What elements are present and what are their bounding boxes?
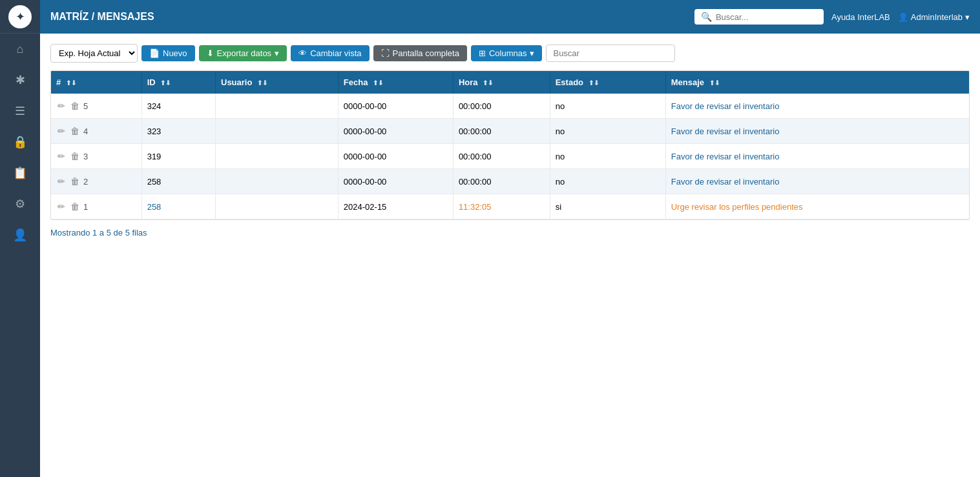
sidebar-item-list[interactable]: ☰ — [0, 96, 40, 127]
cell-hora: 00:00:00 — [453, 144, 550, 169]
cell-mensaje: Favor de revisar el inventario — [665, 94, 969, 119]
search-icon: 🔍 — [701, 12, 712, 22]
table-header-row: # ⬆⬇ ID ⬆⬇ Usuario ⬆⬇ — [51, 71, 969, 94]
sidebar-item-lock[interactable]: 🔒 — [0, 127, 40, 157]
col-mensaje: Mensaje ⬆⬇ — [665, 71, 969, 94]
delete-button[interactable]: 🗑 — [69, 99, 81, 112]
table-row: ✏ 🗑 3 3190000-00-0000:00:00noFavor de re… — [51, 144, 969, 169]
mensaje-value: Favor de revisar el inventario — [671, 127, 780, 136]
cell-estado: si — [550, 194, 665, 219]
header: MATRÍZ / MENSAJES 🔍 Ayuda InterLAB 👤 Adm… — [40, 0, 980, 34]
mensaje-value: Favor de revisar el inventario — [671, 177, 780, 187]
expand-icon: ⛶ — [381, 48, 390, 58]
cell-hora: 11:32:05 — [453, 194, 550, 219]
edit-button[interactable]: ✏ — [56, 200, 67, 213]
sidebar-item-home[interactable]: ⌂ — [0, 34, 40, 65]
help-link[interactable]: Ayuda InterLAB — [831, 12, 890, 22]
sidebar-item-user[interactable]: 👤 — [0, 219, 40, 250]
cell-fecha: 0000-00-00 — [338, 144, 453, 169]
export-button[interactable]: ⬇ Exportar datos ▾ — [199, 45, 287, 61]
row-number: 1 — [83, 202, 88, 212]
sort-icon[interactable]: ⬆⬇ — [589, 79, 599, 86]
delete-button[interactable]: 🗑 — [69, 125, 81, 137]
cell-estado: no — [550, 119, 665, 144]
toolbar: Exp. Hoja Actual Exp. Todo 📄 Nuevo ⬇ Exp… — [50, 44, 970, 63]
cell-estado: no — [550, 94, 665, 119]
edit-button[interactable]: ✏ — [56, 175, 67, 188]
sort-icon[interactable]: ⬆⬇ — [66, 79, 76, 86]
cell-mensaje: Favor de revisar el inventario — [665, 119, 969, 144]
chevron-down-icon: ▾ — [965, 12, 970, 22]
col-usuario: Usuario ⬆⬇ — [216, 71, 339, 94]
columns-button[interactable]: ⊞ Columnas ▾ — [471, 45, 543, 61]
mensaje-value: Favor de revisar el inventario — [671, 101, 780, 111]
change-view-button[interactable]: 👁 Cambiar vista — [291, 45, 369, 61]
user-menu[interactable]: 👤 AdminInterlab ▾ — [898, 12, 970, 22]
cell-actions: ✏ 🗑 2 — [51, 169, 141, 194]
table-row: ✏ 🗑 5 3240000-00-0000:00:00noFavor de re… — [51, 94, 969, 119]
cell-mensaje: Favor de revisar el inventario — [665, 169, 969, 194]
cell-fecha: 2024-02-15 — [338, 194, 453, 219]
sidebar-logo: ✦ — [0, 0, 40, 34]
user-label: AdminInterlab — [911, 12, 963, 22]
cell-id: 258 — [141, 194, 215, 219]
row-number: 3 — [83, 152, 88, 161]
edit-button[interactable]: ✏ — [56, 150, 67, 163]
table-row: ✏ 🗑 2 2580000-00-0000:00:00noFavor de re… — [51, 169, 969, 194]
global-search-box: 🔍 — [694, 9, 824, 25]
id-link[interactable]: 258 — [147, 202, 162, 212]
cell-mensaje: Favor de revisar el inventario — [665, 144, 969, 169]
col-id: ID ⬆⬇ — [141, 71, 215, 94]
edit-button[interactable]: ✏ — [56, 125, 67, 137]
export-select[interactable]: Exp. Hoja Actual Exp. Todo — [50, 44, 138, 63]
fullscreen-button[interactable]: ⛶ Pantalla completa — [373, 45, 467, 61]
logo-icon: ✦ — [8, 5, 32, 28]
delete-button[interactable]: 🗑 — [69, 150, 81, 163]
sort-icon[interactable]: ⬆⬇ — [257, 79, 267, 86]
download-icon: ⬇ — [207, 48, 214, 58]
col-hora: Hora ⬆⬇ — [453, 71, 550, 94]
global-search-input[interactable] — [716, 12, 817, 22]
sidebar-item-tools[interactable]: ✱ — [0, 65, 40, 96]
file-icon: 📄 — [149, 48, 160, 58]
cell-hora: 00:00:00 — [453, 169, 550, 194]
mensaje-value: Urge revisar los perfiles pendientes — [671, 202, 803, 212]
cell-estado: no — [550, 144, 665, 169]
mensaje-value: Favor de revisar el inventario — [671, 152, 780, 161]
sort-icon[interactable]: ⬆⬇ — [160, 79, 171, 86]
cell-actions: ✏ 🗑 4 — [51, 119, 141, 144]
table-search-input[interactable] — [546, 45, 675, 62]
inventario-link[interactable]: el inventario — [734, 152, 779, 161]
delete-button[interactable]: 🗑 — [69, 175, 81, 188]
col-num: # ⬆⬇ — [51, 71, 141, 94]
cell-id: 324 — [141, 94, 215, 119]
cell-hora: 00:00:00 — [453, 94, 550, 119]
row-number: 4 — [83, 127, 88, 136]
chevron-down-icon: ▾ — [275, 48, 279, 58]
cell-usuario — [216, 119, 339, 144]
sort-icon[interactable]: ⬆⬇ — [483, 79, 493, 86]
new-button[interactable]: 📄 Nuevo — [141, 45, 195, 61]
inventario-link[interactable]: el inventario — [734, 101, 779, 111]
user-icon: 👤 — [898, 12, 908, 22]
edit-button[interactable]: ✏ — [56, 99, 67, 112]
cell-fecha: 0000-00-00 — [338, 119, 453, 144]
inventario-link[interactable]: el inventario — [734, 177, 779, 187]
footer-info: Mostrando 1 a 5 de 5 filas — [50, 228, 970, 238]
eye-icon: 👁 — [298, 48, 307, 58]
cell-usuario — [216, 94, 339, 119]
table-row: ✏ 🗑 1 2582024-02-1511:32:05siUrge revisa… — [51, 194, 969, 219]
cell-usuario — [216, 194, 339, 219]
sidebar-item-clipboard[interactable]: 📋 — [0, 157, 40, 188]
cell-id: 323 — [141, 119, 215, 144]
inventario-link[interactable]: el inventario — [734, 127, 779, 136]
cell-mensaje: Urge revisar los perfiles pendientes — [665, 194, 969, 219]
page-title: MATRÍZ / MENSAJES — [50, 11, 154, 23]
delete-button[interactable]: 🗑 — [69, 200, 81, 213]
cell-id: 319 — [141, 144, 215, 169]
sort-icon[interactable]: ⬆⬇ — [709, 79, 720, 86]
hora-value: 11:32:05 — [459, 202, 492, 212]
sort-icon[interactable]: ⬆⬇ — [373, 79, 383, 86]
cell-actions: ✏ 🗑 5 — [51, 94, 141, 119]
sidebar-item-settings[interactable]: ⚙ — [0, 188, 40, 219]
